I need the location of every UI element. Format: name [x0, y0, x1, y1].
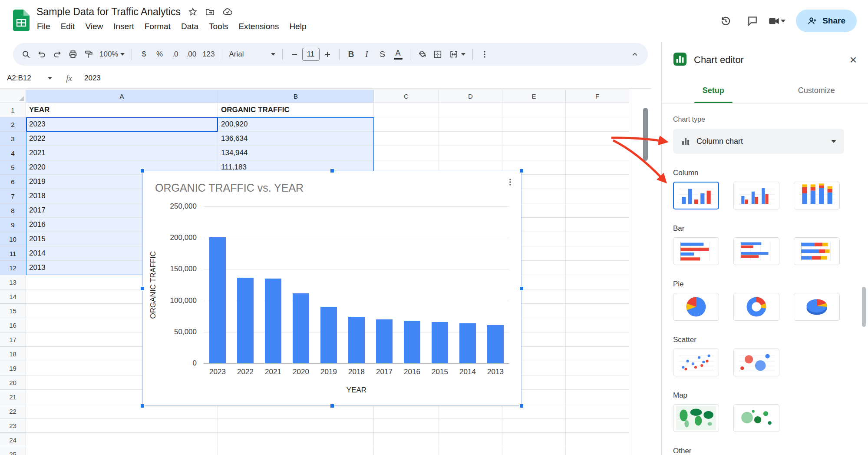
cell-D4[interactable] — [439, 146, 502, 160]
cell-D22[interactable] — [439, 404, 502, 418]
cell-F20[interactable] — [566, 375, 629, 390]
comments-icon[interactable] — [741, 10, 764, 32]
format-currency-button[interactable]: $ — [136, 46, 152, 63]
cell-E1[interactable] — [502, 103, 566, 117]
cell-F13[interactable] — [566, 275, 629, 289]
column-header-B[interactable]: B — [218, 90, 374, 103]
chart-thumbnail-pie[interactable] — [673, 293, 719, 321]
redo-button[interactable] — [50, 46, 65, 63]
chart-thumbnail-column-simple[interactable] — [673, 182, 719, 209]
resize-handle-top-middle[interactable] — [330, 169, 334, 173]
cell-B3[interactable]: 136,634 — [218, 132, 374, 146]
cell-C25[interactable] — [374, 447, 439, 455]
row-header-22[interactable]: 22 — [0, 404, 26, 418]
share-button[interactable]: Share — [796, 10, 857, 32]
chart-thumbnail-map-bubble[interactable] — [733, 404, 779, 432]
row-header-2[interactable]: 2 — [0, 117, 26, 132]
row-header-12[interactable]: 12 — [0, 261, 26, 275]
cell-E4[interactable] — [502, 146, 566, 160]
chart-thumbnail-map-geo[interactable] — [673, 404, 719, 432]
chart-menu-button[interactable] — [505, 177, 515, 188]
cell-F10[interactable] — [566, 232, 629, 246]
menu-data[interactable]: Data — [176, 20, 204, 33]
tab-customize[interactable]: Customize — [765, 78, 868, 103]
merge-cells-button[interactable] — [446, 46, 469, 63]
cell-E24[interactable] — [502, 433, 566, 447]
cell-B4[interactable]: 134,944 — [218, 146, 374, 160]
cell-E22[interactable] — [502, 404, 566, 418]
cell-F7[interactable] — [566, 189, 629, 203]
menu-tools[interactable]: Tools — [204, 20, 233, 33]
cell-E25[interactable] — [502, 447, 566, 455]
row-header-20[interactable]: 20 — [0, 375, 26, 390]
cell-C4[interactable] — [374, 146, 439, 160]
close-icon[interactable]: × — [850, 54, 857, 66]
menu-format[interactable]: Format — [139, 20, 176, 33]
cell-F23[interactable] — [566, 418, 629, 433]
chart-thumbnail-column-grouped[interactable] — [733, 182, 779, 209]
cell-F14[interactable] — [566, 289, 629, 304]
cell-A4[interactable]: 2021 — [26, 146, 218, 160]
cell-A23[interactable] — [26, 418, 218, 433]
chart-thumbnail-donut[interactable] — [733, 293, 779, 321]
resize-handle-top-left[interactable] — [140, 169, 145, 173]
cell-F11[interactable] — [566, 246, 629, 261]
resize-handle-middle-left[interactable] — [140, 286, 145, 291]
sheets-logo-icon[interactable] — [13, 10, 30, 33]
cell-E23[interactable] — [502, 418, 566, 433]
format-percent-button[interactable]: % — [152, 46, 167, 63]
column-header-D[interactable]: D — [439, 90, 502, 103]
row-header-10[interactable]: 10 — [0, 232, 26, 246]
resize-handle-bottom-right[interactable] — [519, 404, 524, 408]
row-header-21[interactable]: 21 — [0, 390, 26, 404]
resize-handle-bottom-left[interactable] — [140, 404, 145, 408]
undo-button[interactable] — [34, 46, 50, 63]
cell-F6[interactable] — [566, 175, 629, 189]
cell-F21[interactable] — [566, 390, 629, 404]
row-header-9[interactable]: 9 — [0, 218, 26, 232]
cell-F3[interactable] — [566, 132, 629, 146]
cloud-status-icon[interactable] — [222, 7, 233, 17]
row-header-13[interactable]: 13 — [0, 275, 26, 289]
cell-F12[interactable] — [566, 261, 629, 275]
row-header-4[interactable]: 4 — [0, 146, 26, 160]
vertical-scrollbar[interactable] — [643, 105, 648, 383]
search-icon[interactable] — [18, 46, 34, 63]
cell-F2[interactable] — [566, 117, 629, 132]
cell-C2[interactable] — [374, 117, 439, 132]
cell-F17[interactable] — [566, 332, 629, 347]
font-size-input[interactable]: 11 — [302, 48, 320, 61]
menu-insert[interactable]: Insert — [108, 20, 139, 33]
version-history-icon[interactable] — [714, 10, 737, 32]
cell-B23[interactable] — [218, 418, 374, 433]
row-header-3[interactable]: 3 — [0, 132, 26, 146]
row-header-23[interactable]: 23 — [0, 418, 26, 433]
paint-format-button[interactable] — [81, 46, 96, 63]
column-header-A[interactable]: A — [26, 90, 218, 103]
menu-view[interactable]: View — [80, 20, 108, 33]
increase-decimal-button[interactable]: .00 — [183, 46, 199, 63]
chart-type-select[interactable]: Column chart — [673, 129, 844, 154]
cell-A25[interactable] — [26, 447, 218, 455]
cell-D25[interactable] — [439, 447, 502, 455]
cell-F19[interactable] — [566, 361, 629, 375]
tab-setup[interactable]: Setup — [662, 78, 765, 103]
menu-file[interactable]: File — [32, 20, 56, 33]
cell-B1[interactable]: ORGANIC TRAFFIC — [218, 103, 374, 117]
cell-B24[interactable] — [218, 433, 374, 447]
bold-button[interactable]: B — [343, 46, 359, 63]
cell-C1[interactable] — [374, 103, 439, 117]
decrease-decimal-button[interactable]: .0 — [167, 46, 183, 63]
cell-A1[interactable]: YEAR — [26, 103, 218, 117]
chart-thumbnail-scatter[interactable] — [673, 349, 719, 376]
cell-C22[interactable] — [374, 404, 439, 418]
row-header-15[interactable]: 15 — [0, 304, 26, 318]
menu-extensions[interactable]: Extensions — [233, 20, 284, 33]
row-header-1[interactable]: 1 — [0, 103, 26, 117]
chart-thumbnail-bubble[interactable] — [733, 349, 779, 376]
row-header-16[interactable]: 16 — [0, 318, 26, 332]
row-header-5[interactable]: 5 — [0, 160, 26, 175]
text-color-button[interactable]: A — [390, 46, 406, 63]
number-format-button[interactable]: 123 — [199, 46, 218, 63]
resize-handle-top-right[interactable] — [519, 169, 524, 173]
